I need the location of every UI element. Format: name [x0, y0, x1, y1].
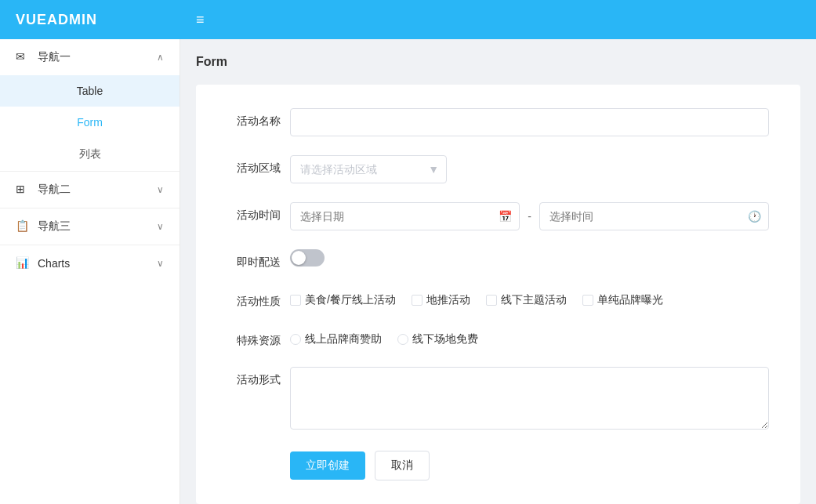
- activity-name-label: 活动名称: [227, 108, 290, 129]
- special-resources-group: 线上品牌商赞助 线下场地免费: [290, 328, 769, 346]
- radio-online-sponsor-label: 线上品牌商赞助: [305, 332, 382, 346]
- activity-name-row: 活动名称: [227, 108, 769, 136]
- sidebar-nav2-left: ⊞ 导航二: [16, 183, 71, 197]
- activity-name-control: [290, 108, 769, 136]
- menu-icon[interactable]: ≡: [196, 12, 205, 28]
- radio-offline-venue[interactable]: 线下场地免费: [397, 332, 478, 346]
- checkbox-offline-box: [486, 295, 497, 306]
- sidebar-charts-left: 📊 Charts: [16, 256, 70, 270]
- submit-button[interactable]: 立即创建: [290, 451, 365, 480]
- sidebar-charts-label: Charts: [38, 257, 70, 270]
- chevron-up-icon: ∧: [157, 52, 164, 63]
- activity-form-label: 活动形式: [227, 367, 290, 387]
- activity-time-control: 📅 - 🕐: [290, 202, 769, 230]
- checkbox-food[interactable]: 美食/餐厅线上活动: [290, 293, 396, 307]
- sidebar-nav1[interactable]: ✉ 导航一 ∧: [0, 39, 180, 75]
- instant-delivery-row: 即时配送: [227, 249, 769, 270]
- sidebar-nav3[interactable]: 📋 导航三 ∨: [0, 208, 180, 245]
- activity-form-control: [290, 367, 769, 432]
- card-icon: 📋: [16, 219, 30, 234]
- radio-online-sponsor-circle: [290, 334, 301, 345]
- radio-online-sponsor[interactable]: 线上品牌商赞助: [290, 332, 382, 346]
- chevron-down-icon3: ∨: [157, 221, 164, 232]
- cancel-button[interactable]: 取消: [375, 451, 430, 480]
- button-row: 立即创建 取消: [290, 451, 769, 480]
- activity-form-row: 活动形式: [227, 367, 769, 432]
- activity-area-label: 活动区域: [227, 155, 290, 176]
- main-content: Form 活动名称 活动区域 请选择活动区域 北京 上海: [180, 39, 816, 504]
- checkbox-food-label: 美食/餐厅线上活动: [305, 293, 396, 307]
- activity-form-textarea[interactable]: [290, 367, 769, 430]
- checkbox-offline-label: 线下主题活动: [501, 293, 567, 307]
- sidebar-nav2[interactable]: ⊞ 导航二 ∨: [0, 172, 180, 208]
- date-input-wrapper: 📅: [290, 202, 520, 230]
- checkbox-ground[interactable]: 地推活动: [412, 293, 470, 307]
- checkbox-brand-box: [582, 295, 593, 306]
- mail-icon: ✉: [16, 50, 30, 64]
- activity-type-group: 美食/餐厅线上活动 地推活动 线下主题活动 单纯品牌曝光: [290, 288, 769, 307]
- sidebar-nav2-label: 导航二: [38, 183, 71, 197]
- checkbox-ground-box: [412, 295, 423, 306]
- checkbox-ground-label: 地推活动: [426, 293, 470, 307]
- instant-delivery-label: 即时配送: [227, 249, 290, 270]
- date-input[interactable]: [290, 202, 520, 230]
- activity-area-row: 活动区域 请选择活动区域 北京 上海 广州 深圳 ▼: [227, 155, 769, 183]
- layout: ✉ 导航一 ∧ Table Form 列表 ⊞ 导航二 ∨ 📋 导航三 ∨: [0, 39, 816, 504]
- toggle-wrapper: [290, 249, 769, 267]
- grid-icon: ⊞: [16, 183, 30, 197]
- checkbox-offline[interactable]: 线下主题活动: [486, 293, 567, 307]
- clock-icon: 🕐: [748, 210, 761, 223]
- special-resources-control: 线上品牌商赞助 线下场地免费: [290, 328, 769, 346]
- activity-area-control: 请选择活动区域 北京 上海 广州 深圳 ▼: [290, 155, 769, 183]
- sidebar-charts[interactable]: 📊 Charts ∨: [0, 245, 180, 281]
- activity-area-select-wrapper: 请选择活动区域 北京 上海 广州 深圳 ▼: [290, 155, 447, 183]
- radio-offline-venue-circle: [397, 334, 408, 345]
- page-title: Form: [196, 55, 800, 69]
- chart-icon: 📊: [16, 256, 30, 270]
- instant-delivery-control: [290, 249, 769, 267]
- checkbox-brand[interactable]: 单纯品牌曝光: [582, 293, 663, 307]
- chevron-down-icon2: ∨: [157, 184, 164, 195]
- radio-offline-venue-label: 线下场地免费: [412, 332, 478, 346]
- date-time-separator: -: [528, 210, 531, 223]
- activity-time-row: 活动时间 📅 - 🕐: [227, 202, 769, 230]
- special-resources-label: 特殊资源: [227, 328, 290, 348]
- header: VUEADMIN ≡: [0, 0, 816, 39]
- form-card: 活动名称 活动区域 请选择活动区域 北京 上海 广州 深圳: [196, 85, 800, 504]
- activity-area-select[interactable]: 请选择活动区域 北京 上海 广州 深圳: [290, 155, 447, 183]
- sidebar-nav1-label: 导航一: [38, 50, 71, 64]
- special-resources-row: 特殊资源 线上品牌商赞助 线下场地免费: [227, 328, 769, 348]
- date-time-row: 📅 - 🕐: [290, 202, 769, 230]
- time-input-wrapper: 🕐: [539, 202, 769, 230]
- time-input[interactable]: [539, 202, 769, 230]
- sidebar: ✉ 导航一 ∧ Table Form 列表 ⊞ 导航二 ∨ 📋 导航三 ∨: [0, 39, 180, 504]
- toggle-knob: [292, 251, 306, 265]
- sidebar-sub-table[interactable]: Table: [0, 75, 180, 107]
- sidebar-nav3-left: 📋 导航三: [16, 219, 71, 234]
- calendar-icon: 📅: [499, 210, 512, 223]
- instant-delivery-toggle[interactable]: [290, 249, 325, 267]
- activity-name-input[interactable]: [290, 108, 769, 136]
- checkbox-brand-label: 单纯品牌曝光: [597, 293, 663, 307]
- checkbox-food-box: [290, 295, 301, 306]
- sidebar-sub-form[interactable]: Form: [0, 107, 180, 138]
- chevron-down-icon4: ∨: [157, 258, 164, 269]
- activity-type-row: 活动性质 美食/餐厅线上活动 地推活动 线下主题活动: [227, 288, 769, 309]
- sidebar-sub-list[interactable]: 列表: [0, 138, 180, 171]
- activity-time-label: 活动时间: [227, 202, 290, 223]
- activity-type-label: 活动性质: [227, 288, 290, 309]
- activity-type-control: 美食/餐厅线上活动 地推活动 线下主题活动 单纯品牌曝光: [290, 288, 769, 307]
- app-logo: VUEADMIN: [16, 12, 180, 28]
- sidebar-nav3-label: 导航三: [38, 219, 71, 234]
- sidebar-nav1-left: ✉ 导航一: [16, 50, 71, 64]
